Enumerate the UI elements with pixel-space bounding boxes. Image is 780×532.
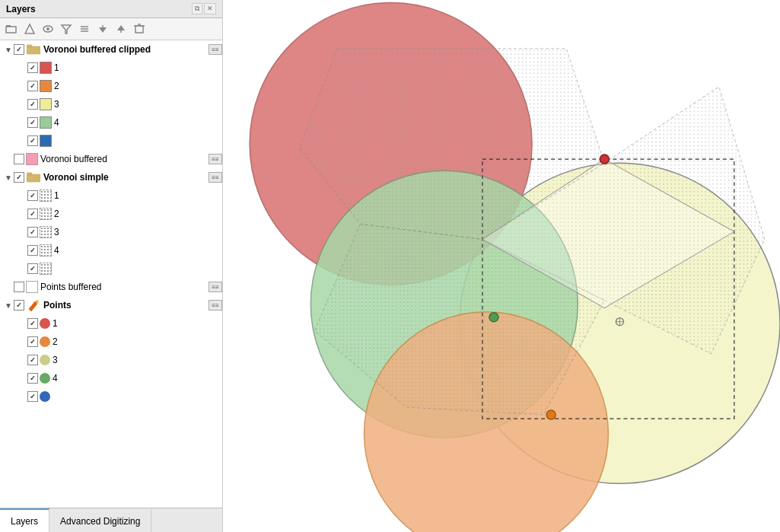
checkbox-vbc-3[interactable] xyxy=(27,99,38,110)
close-panel-button[interactable]: ✕ xyxy=(204,3,216,14)
checkbox-p-4[interactable] xyxy=(27,373,38,384)
folder-icon-voronoi-simple xyxy=(26,170,41,184)
layer-row-vs-1[interactable]: 1 xyxy=(0,186,222,205)
checkbox-vbc-4[interactable] xyxy=(27,117,38,128)
layer-name-points-group: Points xyxy=(43,300,207,311)
folder-icon-voronoi-buffered-clipped xyxy=(26,43,41,56)
move-up-button[interactable] xyxy=(113,21,129,37)
checkbox-vs-3[interactable] xyxy=(27,227,38,237)
checkbox-vbc-1[interactable] xyxy=(27,62,38,73)
expand-voronoi-simple[interactable]: ▼ xyxy=(3,172,14,183)
layer-name-voronoi-simple: Voronoi simple xyxy=(43,172,207,183)
checkbox-p-3[interactable] xyxy=(27,355,38,365)
swatch-p-4 xyxy=(40,373,50,384)
checkbox-vs-1[interactable] xyxy=(27,190,38,201)
layer-row-points-group[interactable]: ▼ Points ≡≡ xyxy=(0,296,222,314)
checkbox-vs-4[interactable] xyxy=(27,245,38,256)
svg-marker-11 xyxy=(117,25,125,30)
tab-layers-label: Layers xyxy=(11,516,38,527)
expand-voronoi-buffered-clipped[interactable]: ▼ xyxy=(3,44,14,55)
tab-layers[interactable]: Layers xyxy=(0,508,49,532)
filter-button[interactable] xyxy=(58,21,75,37)
panel-title-bar: Layers ⧉ ✕ xyxy=(0,0,222,18)
digitize-button[interactable] xyxy=(21,21,38,37)
panel-title-icons: ⧉ ✕ xyxy=(192,3,216,14)
layer-row-voronoi-buffered-clipped[interactable]: ▼ Voronoi buffered clipped ≡≡ xyxy=(0,40,222,59)
layer-name-p-3: 3 xyxy=(53,355,222,365)
layer-name-vbc-2: 2 xyxy=(54,81,222,91)
layer-badge-voronoi-buffered-clipped[interactable]: ≡≡ xyxy=(209,44,222,55)
checkbox-vs-2[interactable] xyxy=(27,209,38,219)
layer-badge-voronoi-simple[interactable]: ≡≡ xyxy=(209,172,222,183)
svg-marker-2 xyxy=(25,24,34,33)
layer-badge-points[interactable]: ≡≡ xyxy=(209,300,222,311)
expand-points-group[interactable]: ▼ xyxy=(3,300,14,311)
layer-row-p-3[interactable]: 3 xyxy=(0,351,222,369)
layer-row-p-1[interactable]: 1 xyxy=(0,314,222,333)
layer-row-vbc-3[interactable]: 3 xyxy=(0,95,222,113)
layer-name-vbc-1: 1 xyxy=(54,62,222,73)
checkbox-points-buffered[interactable] xyxy=(14,282,24,292)
layers-list: ▼ Voronoi buffered clipped ≡≡ 1 2 xyxy=(0,40,222,508)
checkbox-p-1[interactable] xyxy=(27,318,38,329)
layer-row-vbc-2[interactable]: 2 xyxy=(0,77,222,95)
layer-row-vs-5[interactable] xyxy=(0,260,222,278)
layer-name-vs-2: 2 xyxy=(54,209,222,219)
swatch-vs-2 xyxy=(40,208,52,220)
svg-rect-1 xyxy=(6,27,16,33)
layer-name-vs-4: 4 xyxy=(54,245,222,256)
svg-rect-16 xyxy=(27,46,40,54)
layer-row-p-2[interactable]: 2 xyxy=(0,333,222,351)
layer-row-vs-2[interactable]: 2 xyxy=(0,205,222,223)
swatch-p-1 xyxy=(40,318,50,329)
swatch-vbc-5 xyxy=(40,135,52,147)
layer-row-vbc-1[interactable]: 1 xyxy=(0,59,222,77)
swatch-vbc-3 xyxy=(40,98,52,110)
pencil-icon-points-group xyxy=(26,298,41,312)
remove-layer-button[interactable] xyxy=(131,21,148,37)
layer-badge-voronoi-buffered[interactable]: ≡≡ xyxy=(209,154,222,164)
map-canvas xyxy=(223,0,780,532)
checkbox-voronoi-buffered-clipped[interactable] xyxy=(14,44,24,55)
layer-row-voronoi-buffered[interactable]: Voronoi buffered ≡≡ xyxy=(0,150,222,168)
checkbox-p-5[interactable] xyxy=(27,391,38,402)
layer-row-vs-3[interactable]: 3 xyxy=(0,223,222,241)
tab-advanced-digitizing-label: Advanced Digitizing xyxy=(60,516,140,527)
float-button[interactable]: ⧉ xyxy=(192,3,202,14)
checkbox-vbc-5[interactable] xyxy=(27,135,38,146)
visibility-button[interactable] xyxy=(40,21,56,37)
swatch-vs-3 xyxy=(40,226,52,238)
open-layer-button[interactable] xyxy=(3,21,20,37)
layer-name-vs-1: 1 xyxy=(54,190,222,201)
properties-button[interactable] xyxy=(76,21,93,37)
svg-rect-18 xyxy=(27,174,40,182)
point-orange xyxy=(546,410,556,419)
layer-name-voronoi-buffered-clipped: Voronoi buffered clipped xyxy=(43,44,207,55)
swatch-vs-5 xyxy=(40,263,52,275)
layer-row-vbc-4[interactable]: 4 xyxy=(0,113,222,132)
swatch-vbc-2 xyxy=(40,80,52,92)
layer-row-p-5[interactable] xyxy=(0,387,222,406)
checkbox-voronoi-buffered[interactable] xyxy=(14,154,24,164)
layer-name-p-4: 4 xyxy=(53,373,222,384)
layer-badge-points-buffered[interactable]: ≡≡ xyxy=(209,282,222,292)
layer-name-vs-3: 3 xyxy=(54,227,222,237)
layer-row-p-4[interactable]: 4 xyxy=(0,369,222,387)
layer-row-vbc-5[interactable] xyxy=(0,132,222,150)
swatch-p-5 xyxy=(40,391,50,402)
move-down-button[interactable] xyxy=(94,21,111,37)
point-red xyxy=(600,155,609,164)
bottom-tabs: Layers Advanced Digitizing xyxy=(0,508,222,532)
checkbox-vs-5[interactable] xyxy=(27,263,38,274)
checkbox-voronoi-simple[interactable] xyxy=(14,172,24,183)
point-green xyxy=(489,313,498,322)
tab-advanced-digitizing[interactable]: Advanced Digitizing xyxy=(49,508,151,532)
layer-row-points-buffered[interactable]: Points buffered ≡≡ xyxy=(0,278,222,296)
checkbox-points-group[interactable] xyxy=(14,300,24,311)
layer-row-vs-4[interactable]: 4 xyxy=(0,241,222,260)
left-panel: Layers ⧉ ✕ xyxy=(0,0,223,532)
checkbox-p-2[interactable] xyxy=(27,336,38,347)
checkbox-vbc-2[interactable] xyxy=(27,81,38,91)
layer-row-voronoi-simple[interactable]: ▼ Voronoi simple ≡≡ xyxy=(0,168,222,186)
swatch-vbc-4 xyxy=(40,116,52,129)
